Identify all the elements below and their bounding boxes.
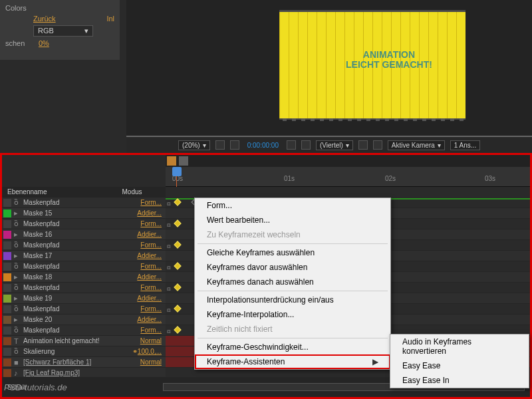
menu-label: Keyframes danach auswählen: [207, 277, 314, 287]
mode-value[interactable]: Form...: [140, 284, 162, 291]
layer-row[interactable]: ὃMaskenpfadForm...: [2, 198, 166, 208]
menu-item[interactable]: Form...: [195, 198, 390, 213]
menu-item[interactable]: Keyframes danach auswählen: [195, 275, 390, 289]
mask-icon: ▸: [14, 209, 22, 217]
menu-label: Keyframes davor auswählen: [207, 263, 307, 272]
mode-value[interactable]: Form...: [140, 199, 162, 206]
layer-name: Skalierung: [23, 348, 130, 355]
expose-icon[interactable]: [358, 140, 368, 150]
keyframe[interactable]: [174, 198, 181, 205]
layer-name: Maske 15: [23, 209, 137, 217]
keyframe[interactable]: [174, 262, 181, 269]
layer-name: Maske 18: [23, 273, 137, 281]
layer-name: Maskenpfad: [23, 327, 140, 334]
tab-2[interactable]: [179, 156, 188, 166]
menu-label: Keyframe-Interpolation...: [207, 310, 294, 319]
zoom-dropdown[interactable]: (20%)▾: [178, 140, 210, 150]
mode-value[interactable]: Addier...: [137, 316, 162, 323]
mode-value[interactable]: Addier...: [137, 295, 162, 302]
layer-row[interactable]: ▸Maske 15Addier...: [2, 208, 166, 219]
mode-value[interactable]: Addier...: [137, 231, 162, 238]
camera-dropdown[interactable]: Aktive Kamera▾: [388, 140, 445, 150]
keyframe[interactable]: [174, 326, 181, 333]
prop-icon: ὃ: [14, 326, 22, 334]
layer-row[interactable]: ▸Maske 17Addier...: [2, 251, 166, 261]
color-chip: [3, 348, 11, 356]
layer-row[interactable]: ▸Maske 18Addier...: [2, 272, 166, 283]
layer-row[interactable]: ὃMaskenpfadForm...: [2, 219, 166, 229]
menu-item: Zeitlich nicht fixiert: [195, 322, 390, 336]
timeline-tabs: [166, 155, 530, 167]
pct-link[interactable]: 0%: [39, 39, 49, 47]
time-ruler[interactable]: 00s 01s 02s 03s: [166, 167, 530, 187]
menu-item[interactable]: Easy Ease: [390, 358, 529, 373]
safe-icon[interactable]: [230, 140, 239, 150]
layer-row[interactable]: ■[Schwarz Farbfläche 1]Normal: [2, 357, 166, 368]
alpha-icon[interactable]: [373, 140, 382, 150]
menu-item[interactable]: Keyframe-Geschwindigkeit...: [195, 340, 390, 354]
mode-value[interactable]: Form...: [140, 327, 162, 334]
menu-item[interactable]: Keyframe-Assistenten▶: [195, 354, 390, 369]
composition-preview: ANIMATIONLEICHT GEMACHT! (20%)▾ 0:00:00:…: [126, 0, 532, 153]
layer-row[interactable]: TAnimation leicht gemacht!Normal: [2, 336, 166, 346]
menu-item[interactable]: Gleiche Keyframes auswählen: [195, 245, 390, 260]
menu-item[interactable]: Wert bearbeiten...: [195, 213, 390, 227]
menu-item[interactable]: Keyframe-Interpolation...: [195, 307, 390, 322]
layer-row[interactable]: ▸Maske 16Addier...: [2, 229, 166, 240]
layer-row[interactable]: ὃMaskenpfadForm...: [2, 261, 166, 272]
layer-row[interactable]: ὃMaskenpfadForm...: [2, 240, 166, 251]
mode-value[interactable]: Form...: [140, 305, 162, 313]
mode-value[interactable]: Addier...: [137, 209, 162, 217]
layer-row[interactable]: ὃMaskenpfadForm...: [2, 325, 166, 336]
mode-value[interactable]: Addier...: [137, 273, 162, 281]
layer-row[interactable]: ὃMaskenpfadForm...: [2, 304, 166, 315]
prop-icon: ὃ: [14, 305, 22, 313]
mode-value[interactable]: Normal: [140, 358, 162, 366]
mask-icon: ▸: [14, 294, 22, 303]
keyframe[interactable]: [174, 283, 181, 291]
keyframe[interactable]: [174, 219, 181, 227]
mode-value[interactable]: Form...: [140, 241, 162, 249]
col-name: Ebenenname: [7, 188, 122, 196]
grid-icon[interactable]: [215, 140, 225, 150]
inl-link[interactable]: Inl: [106, 15, 114, 23]
submenu-arrow-icon: ▶: [372, 357, 378, 366]
playhead[interactable]: [172, 167, 182, 176]
layer-row[interactable]: ὃSkalierung⚭100,0,...: [2, 346, 166, 357]
layer-row[interactable]: ▸Maske 19Addier...: [2, 293, 166, 304]
mode-value[interactable]: Addier...: [137, 252, 162, 259]
mode-value[interactable]: Form...: [140, 263, 162, 270]
link-icon[interactable]: ⚭: [132, 348, 138, 355]
keyframe[interactable]: [174, 305, 181, 312]
zuruck-link[interactable]: Zurück: [33, 15, 56, 23]
color-chip: [3, 220, 11, 228]
colors-label: Colors: [5, 4, 39, 12]
mode-value[interactable]: Form...: [140, 220, 162, 227]
preview-canvas[interactable]: ANIMATIONLEICHT GEMACHT!: [279, 10, 466, 120]
layer-name: Maske 17: [23, 252, 137, 259]
quality-dropdown[interactable]: (Viertel)▾: [316, 140, 353, 150]
mode-value[interactable]: Normal: [140, 337, 162, 344]
keyframe[interactable]: [174, 241, 181, 248]
color-chip: [3, 337, 11, 345]
color-chip: [3, 209, 11, 217]
menu-item[interactable]: Easy Ease In: [390, 373, 529, 388]
layer-row[interactable]: ▸Maske 20Addier...: [2, 315, 166, 325]
mask-icon: ▸: [14, 315, 22, 324]
tab-1[interactable]: [167, 156, 176, 166]
timecode[interactable]: 0:00:00:00: [245, 141, 281, 150]
rgb-dropdown[interactable]: RGB▾: [33, 25, 93, 37]
layer-name: [Schwarz Farbfläche 1]: [23, 358, 140, 366]
menu-item[interactable]: Interpolationsunterdrückung ein/aus: [195, 293, 390, 307]
views-dropdown[interactable]: 1 Ans...: [450, 140, 480, 150]
layer-row[interactable]: ὃMaskenpfadForm...: [2, 283, 166, 293]
mode-value[interactable]: 100,0,...: [138, 348, 162, 355]
preview-toolbar: (20%)▾ 0:00:00:00 (Viertel)▾ Aktive Kame…: [126, 136, 532, 153]
menu-item[interactable]: Audio in Keyframes konvertieren: [390, 334, 529, 358]
camera-icon[interactable]: [287, 140, 296, 150]
mask-icon: ▸: [14, 230, 22, 239]
menu-label: Gleiche Keyframes auswählen: [207, 248, 315, 257]
menu-item[interactable]: Keyframes davor auswählen: [195, 260, 390, 275]
scale-icon: ὃ: [14, 347, 22, 356]
color-mgmt-icon[interactable]: [301, 140, 311, 150]
